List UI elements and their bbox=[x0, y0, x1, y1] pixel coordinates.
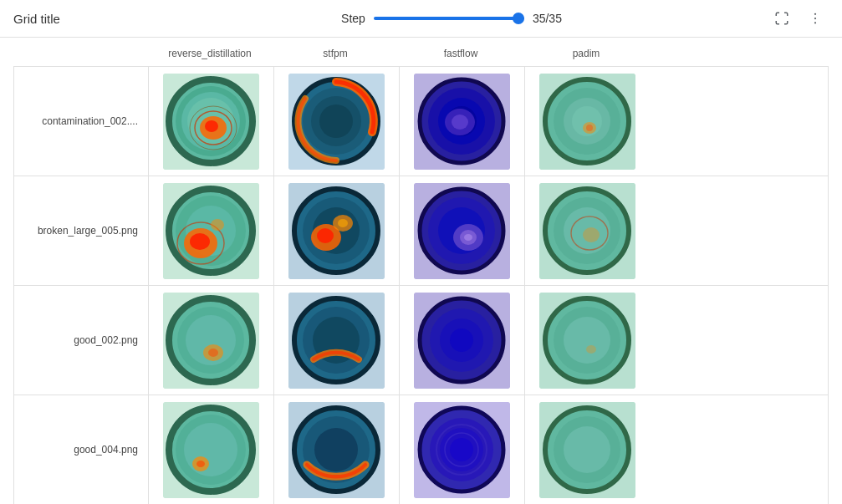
cell-rd-contamination bbox=[148, 67, 273, 176]
heatmap-stfpm-broken bbox=[288, 183, 385, 279]
svg-point-115 bbox=[564, 426, 610, 473]
table-row: contamination_002.... bbox=[14, 67, 828, 176]
table-row: good_002.png bbox=[14, 286, 828, 395]
svg-point-52 bbox=[338, 219, 348, 227]
heatmap-ff-good004 bbox=[414, 402, 510, 498]
heatmap-ff-contamination bbox=[414, 74, 510, 170]
svg-point-84 bbox=[450, 328, 473, 352]
heatmap-ff-good002 bbox=[414, 293, 510, 389]
svg-point-43 bbox=[211, 219, 224, 231]
svg-point-89 bbox=[564, 317, 610, 364]
step-slider[interactable] bbox=[374, 17, 524, 20]
heatmap-padim-good002 bbox=[539, 293, 635, 389]
row-label-good002: good_002.png bbox=[14, 334, 148, 346]
cell-ff-broken bbox=[399, 176, 524, 285]
cell-stfpm-good004 bbox=[273, 395, 399, 504]
heatmap-ff-broken bbox=[414, 183, 510, 279]
grid-body: contamination_002.... bbox=[13, 66, 829, 504]
row-label-broken: broken_large_005.png bbox=[14, 225, 148, 237]
svg-point-102 bbox=[314, 428, 358, 471]
header-actions bbox=[768, 5, 829, 32]
cell-rd-good002 bbox=[148, 286, 273, 395]
step-label: Step bbox=[341, 12, 365, 25]
row-cells bbox=[148, 395, 650, 504]
svg-point-67 bbox=[583, 227, 600, 242]
cell-ff-contamination bbox=[399, 67, 524, 176]
heatmap-stfpm-good002 bbox=[288, 293, 385, 389]
cell-stfpm-broken bbox=[273, 176, 399, 285]
col-header-rd: reverse_distillation bbox=[147, 48, 273, 59]
cell-rd-good004 bbox=[148, 395, 273, 504]
step-value: 35/35 bbox=[533, 12, 566, 25]
svg-point-1 bbox=[814, 18, 816, 19]
row-label-good004: good_004.png bbox=[14, 444, 148, 456]
heatmap-rd-good004 bbox=[163, 402, 259, 498]
svg-point-91 bbox=[586, 345, 596, 354]
col-header-padim: padim bbox=[523, 48, 649, 59]
svg-point-25 bbox=[452, 115, 468, 130]
cell-stfpm-contamination bbox=[273, 67, 399, 176]
svg-point-50 bbox=[317, 228, 334, 243]
column-headers: reverse_distillation stfpm fastflow padi… bbox=[147, 38, 829, 66]
svg-point-41 bbox=[190, 233, 210, 250]
svg-point-10 bbox=[205, 120, 218, 132]
col-header-stfpm: stfpm bbox=[273, 48, 398, 59]
fullscreen-button[interactable] bbox=[768, 5, 795, 32]
heatmap-rd-broken bbox=[163, 183, 259, 279]
heatmap-padim-contamination bbox=[539, 74, 635, 170]
heatmap-rd-contamination bbox=[163, 74, 259, 170]
grid-container: reverse_distillation stfpm fastflow padi… bbox=[0, 38, 842, 504]
cell-stfpm-good002 bbox=[273, 286, 399, 395]
heatmap-padim-broken bbox=[539, 183, 635, 279]
heatmap-stfpm-contamination bbox=[288, 74, 385, 170]
more-options-button[interactable] bbox=[802, 5, 829, 32]
grid-title: Grid title bbox=[13, 12, 139, 26]
heatmap-padim-good004 bbox=[539, 402, 635, 498]
svg-point-108 bbox=[450, 438, 473, 461]
cell-ff-good002 bbox=[399, 286, 524, 395]
header: Grid title Step 35/35 bbox=[0, 0, 842, 38]
heatmap-rd-good002 bbox=[163, 293, 259, 389]
cell-padim-good002 bbox=[524, 286, 650, 395]
svg-point-17 bbox=[319, 104, 353, 138]
col-header-ff: fastflow bbox=[398, 48, 523, 59]
svg-point-60 bbox=[464, 234, 472, 241]
table-row: broken_large_005.png bbox=[14, 176, 828, 286]
svg-point-0 bbox=[814, 13, 816, 15]
svg-point-2 bbox=[814, 22, 816, 23]
cell-padim-broken bbox=[524, 176, 650, 285]
row-cells bbox=[148, 286, 650, 395]
svg-point-95 bbox=[184, 423, 237, 476]
table-row: good_004.png bbox=[14, 395, 828, 504]
cell-ff-good004 bbox=[399, 395, 524, 504]
cell-padim-contamination bbox=[524, 67, 650, 176]
row-cells bbox=[148, 176, 650, 285]
svg-point-74 bbox=[208, 349, 218, 357]
step-control: Step 35/35 bbox=[139, 12, 768, 25]
cell-padim-good004 bbox=[524, 395, 650, 504]
row-cells bbox=[148, 67, 650, 176]
svg-point-34 bbox=[586, 125, 593, 131]
heatmap-stfpm-good004 bbox=[288, 402, 385, 498]
row-label-contamination: contamination_002.... bbox=[14, 115, 148, 127]
svg-point-98 bbox=[196, 461, 205, 467]
cell-rd-broken bbox=[148, 176, 273, 285]
